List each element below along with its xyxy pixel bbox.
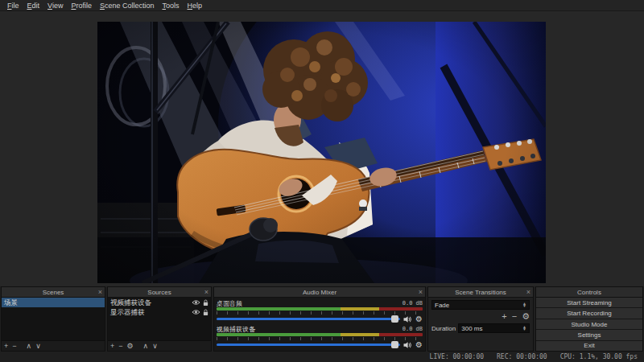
start-recording-button[interactable]: Start Recording <box>536 308 642 319</box>
volume-slider[interactable] <box>217 318 400 320</box>
lock-icon[interactable] <box>203 309 208 316</box>
sources-list: 视频捕获设备 显示器捕获 <box>108 298 211 340</box>
channel-label: 桌面音频 <box>217 299 242 308</box>
slider-handle[interactable] <box>391 341 398 348</box>
source-label: 视频捕获设备 <box>110 298 151 307</box>
scene-item[interactable]: 场景 <box>2 298 105 307</box>
menu-profile[interactable]: Profile <box>67 2 96 10</box>
add-transition-icon[interactable]: + <box>502 312 506 321</box>
transition-properties-gear-icon[interactable]: ⚙ <box>522 312 530 321</box>
live-time: LIVE: 00:00:00 <box>430 353 484 360</box>
volume-slider[interactable] <box>217 343 400 346</box>
duration-value: 300 ms <box>461 325 482 332</box>
audio-mixer-panel: Audio Mixer × 桌面音频 0.0 dB ⚙ <box>213 286 426 352</box>
dock-row: Scenes × 场景 + − ∧ ∨ Sources × 视频捕获设备 <box>0 286 644 352</box>
transitions-toolbar: + − ⚙ <box>431 311 530 322</box>
scenes-list: 场景 <box>2 298 105 340</box>
transitions-header[interactable]: Scene Transitions × <box>428 287 533 298</box>
remove-icon[interactable]: − <box>12 342 16 351</box>
mixer-header[interactable]: Audio Mixer × <box>214 287 425 298</box>
move-up-icon[interactable]: ∧ <box>143 342 149 351</box>
source-item-display-capture[interactable]: 显示器捕获 <box>108 307 211 317</box>
channel-gear-icon[interactable]: ⚙ <box>415 341 423 349</box>
controls-header[interactable]: Controls <box>536 287 642 298</box>
transition-selected-value: Fade <box>435 302 449 309</box>
controls-title: Controls <box>577 289 601 296</box>
menu-edit[interactable]: Edit <box>23 2 44 10</box>
remove-transition-icon[interactable]: − <box>512 312 517 321</box>
speaker-icon[interactable] <box>403 315 412 323</box>
close-icon[interactable]: × <box>204 287 208 298</box>
start-streaming-button[interactable]: Start Streaming <box>536 298 642 308</box>
sources-title: Sources <box>147 289 171 296</box>
settings-button[interactable]: Settings <box>536 330 642 340</box>
cpu-fps: CPU: 1.1%, 30.00 fps <box>560 353 638 360</box>
sources-panel: Sources × 视频捕获设备 显示器捕获 <box>107 286 212 352</box>
move-down-icon[interactable]: ∨ <box>35 342 41 351</box>
mixer-body: 桌面音频 0.0 dB ⚙ 视频捕获设备 0.0 dB <box>214 298 425 351</box>
volume-meter <box>217 307 423 311</box>
sources-header[interactable]: Sources × <box>108 287 211 298</box>
mixer-channel-video-capture: 视频捕获设备 0.0 dB ⚙ <box>217 325 423 349</box>
lock-icon[interactable] <box>203 299 208 306</box>
add-icon[interactable]: + <box>110 342 114 351</box>
mixer-channel-desktop-audio: 桌面音频 0.0 dB ⚙ <box>217 299 423 323</box>
sources-toolbar: + − ⚙ ∧ ∨ <box>108 340 211 351</box>
channel-label: 视频捕获设备 <box>217 325 255 334</box>
channel-label: 麦克风/Aux <box>217 351 249 352</box>
rec-time: REC: 00:00:00 <box>497 353 547 360</box>
exit-button[interactable]: Exit <box>536 341 642 351</box>
source-label: 显示器捕获 <box>110 307 145 317</box>
close-icon[interactable]: × <box>98 287 102 298</box>
scenes-panel: Scenes × 场景 + − ∧ ∨ <box>1 286 105 352</box>
controls-body: Start Streaming Start Recording Studio M… <box>536 298 642 351</box>
program-preview[interactable] <box>97 22 546 283</box>
controls-panel: Controls Start Streaming Start Recording… <box>535 286 643 352</box>
scene-transitions-panel: Scene Transitions × Fade ▲ ▼ + − ⚙ Du <box>427 286 534 352</box>
transitions-body: Fade ▲ ▼ + − ⚙ Duration 300 ms <box>428 298 533 351</box>
menu-file[interactable]: File <box>3 2 23 10</box>
spin-down-icon[interactable]: ▼ <box>522 328 526 331</box>
scenes-header[interactable]: Scenes × <box>2 287 105 298</box>
source-item-video-capture[interactable]: 视频捕获设备 <box>108 298 211 307</box>
volume-meter <box>217 333 423 336</box>
move-up-icon[interactable]: ∧ <box>27 342 32 351</box>
scenes-toolbar: + − ∧ ∨ <box>2 340 105 351</box>
source-properties-gear-icon[interactable]: ⚙ <box>127 342 134 351</box>
transition-select[interactable]: Fade ▲ ▼ <box>431 300 530 310</box>
eye-icon[interactable] <box>192 309 200 315</box>
transitions-title: Scene Transitions <box>455 289 506 296</box>
channel-db-value: 0.0 dB <box>402 326 423 332</box>
remove-icon[interactable]: − <box>118 342 122 351</box>
studio-mode-button[interactable]: Studio Mode <box>536 319 642 330</box>
menu-bar: File Edit View Profile Scene Collection … <box>0 0 644 11</box>
spin-down-icon[interactable]: ▼ <box>522 305 526 308</box>
menu-tools[interactable]: Tools <box>159 2 184 10</box>
close-icon[interactable]: × <box>419 287 423 298</box>
status-bar: LIVE: 00:00:00 REC: 00:00:00 CPU: 1.1%, … <box>0 352 644 362</box>
channel-gear-icon[interactable]: ⚙ <box>415 315 423 323</box>
channel-db-value: 0.0 dB <box>402 300 423 306</box>
stage-photo <box>97 22 546 283</box>
mixer-title: Audio Mixer <box>303 289 336 296</box>
eye-icon[interactable] <box>192 299 200 306</box>
duration-input[interactable]: 300 ms ▲ ▼ <box>458 323 530 333</box>
obs-window: File Edit View Profile Scene Collection … <box>0 0 644 362</box>
close-icon[interactable]: × <box>526 287 530 298</box>
menu-help[interactable]: Help <box>184 2 207 10</box>
move-down-icon[interactable]: ∨ <box>152 342 158 351</box>
speaker-icon[interactable] <box>403 341 412 349</box>
preview-area <box>0 11 644 286</box>
duration-label: Duration <box>431 325 456 332</box>
slider-handle[interactable] <box>391 315 398 323</box>
menu-view[interactable]: View <box>43 2 67 10</box>
menu-scene-collection[interactable]: Scene Collection <box>96 2 159 10</box>
add-icon[interactable]: + <box>4 342 8 351</box>
scenes-title: Scenes <box>43 289 64 296</box>
duration-row: Duration 300 ms ▲ ▼ <box>431 323 530 333</box>
